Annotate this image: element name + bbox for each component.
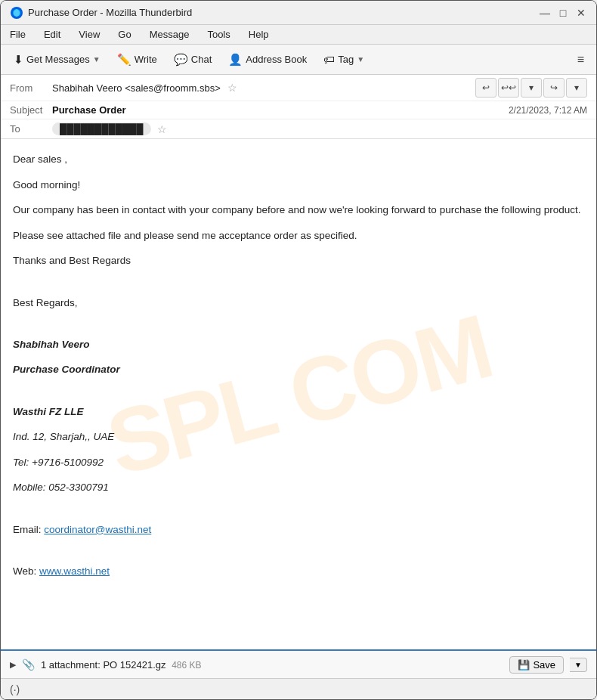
menu-file[interactable]: File (7, 27, 29, 42)
window-title: Purchase Order - Mozilla Thunderbird (28, 7, 192, 18)
attachment-bar: ▶ 📎 1 attachment: PO 152421.gz 486 KB 💾 … (1, 649, 596, 678)
to-value: ████████████ (52, 122, 151, 135)
get-messages-button[interactable]: ⬇ Get Messages ▼ (7, 49, 107, 70)
save-dropdown-button[interactable]: ▼ (570, 658, 587, 672)
from-address: Shabihah Veero <sales@froomm.sbs> (52, 82, 221, 94)
line4: Thanks and Best Regards (13, 252, 584, 269)
tag-icon: 🏷 (323, 53, 335, 66)
menu-view[interactable]: View (76, 27, 103, 42)
get-messages-icon: ⬇ (14, 53, 23, 67)
title-bar-left: Purchase Order - Mozilla Thunderbird (10, 6, 192, 20)
get-messages-arrow: ▼ (93, 55, 101, 63)
app-window: Purchase Order - Mozilla Thunderbird — □… (0, 0, 597, 700)
tag-arrow: ▼ (357, 55, 364, 63)
sig-email-link[interactable]: coordinator@wasthi.net (44, 524, 151, 535)
write-label: Write (135, 54, 157, 65)
address-book-icon: 👤 (228, 53, 243, 67)
thunderbird-icon (10, 6, 23, 20)
more-actions-button[interactable]: ▾ (566, 78, 587, 98)
line3: Please see attached file and please send… (13, 228, 584, 244)
menu-edit[interactable]: Edit (41, 27, 63, 42)
reply-all-button[interactable]: ↩↩ (498, 78, 519, 98)
sig-company: Wasthi FZ LLE (13, 404, 584, 420)
line1: Good morning! (13, 177, 584, 194)
attachment-size: 486 KB (172, 660, 201, 671)
chat-icon: 💬 (174, 53, 188, 67)
title-bar: Purchase Order - Mozilla Thunderbird — □… (1, 1, 596, 25)
tag-label: Tag (338, 54, 354, 65)
sig-name: Shabihah Veero (13, 336, 584, 353)
forward-button[interactable]: ↪ (543, 78, 565, 98)
email-content: Dear sales , Good morning! Our company h… (13, 151, 584, 579)
to-star[interactable]: ☆ (157, 123, 167, 135)
greeting: Dear sales , (13, 151, 584, 168)
from-star[interactable]: ☆ (227, 82, 237, 94)
attachment-filename: 1 attachment: PO 152421.gz (41, 659, 166, 671)
subject-label: Subject (10, 104, 52, 116)
from-row: From Shabihah Veero <sales@froomm.sbs> ☆… (1, 75, 596, 101)
subject-row: Subject Purchase Order 2/21/2023, 7:12 A… (1, 101, 596, 119)
sig-email: Email: coordinator@wasthi.net (13, 522, 584, 538)
menu-help[interactable]: Help (246, 27, 272, 42)
save-label: Save (533, 659, 555, 671)
to-label: To (10, 123, 52, 135)
chat-label: Chat (191, 54, 212, 65)
email-body: SPL COM Dear sales , Good morning! Our c… (1, 139, 596, 649)
subject-value: Purchase Order (52, 104, 509, 116)
address-book-button[interactable]: 👤 Address Book (221, 49, 314, 70)
sig-web-link[interactable]: www.wasthi.net (39, 565, 110, 577)
sig-mobile: Mobile: 052-3300791 (13, 479, 584, 496)
line5: Best Regards, (13, 295, 584, 311)
sig-title: Purchase Coordinator (13, 361, 584, 378)
wifi-icon: (·) (10, 683, 20, 695)
maximize-button[interactable]: □ (557, 7, 569, 19)
write-button[interactable]: ✏️ Write (110, 49, 164, 70)
from-label: From (10, 82, 52, 94)
chat-button[interactable]: 💬 Chat (167, 49, 218, 70)
to-row: To ████████████ ☆ (1, 119, 596, 138)
write-icon: ✏️ (117, 53, 131, 67)
email-date: 2/21/2023, 7:12 AM (509, 105, 587, 116)
attachment-text: 1 attachment: PO 152421.gz 486 KB (41, 659, 503, 671)
save-icon: 💾 (518, 659, 530, 671)
get-messages-label: Get Messages (26, 54, 90, 65)
menu-bar: File Edit View Go Message Tools Help (1, 25, 596, 45)
from-value: Shabihah Veero <sales@froomm.sbs> ☆ (52, 82, 475, 94)
sig-tel: Tel: +9716-5100992 (13, 454, 584, 471)
address-book-label: Address Book (246, 54, 307, 65)
hamburger-menu-button[interactable]: ≡ (571, 50, 590, 70)
header-actions: ↩ ↩↩ ▾ ↪ ▾ (475, 78, 587, 98)
sig-web: Web: www.wasthi.net (13, 563, 584, 580)
tag-button[interactable]: 🏷 Tag ▼ (317, 49, 371, 70)
minimize-button[interactable]: — (539, 7, 551, 19)
close-button[interactable]: ✕ (575, 7, 587, 19)
menu-message[interactable]: Message (147, 27, 193, 42)
expand-button[interactable]: ▾ (521, 78, 542, 98)
status-bar: (·) (1, 678, 596, 699)
save-button[interactable]: 💾 Save (509, 656, 564, 674)
reply-button[interactable]: ↩ (475, 78, 496, 98)
line2: Our company has been in contact with you… (13, 202, 584, 218)
email-header: From Shabihah Veero <sales@froomm.sbs> ☆… (1, 75, 596, 139)
menu-tools[interactable]: Tools (204, 27, 233, 42)
menu-go[interactable]: Go (115, 27, 134, 42)
toolbar: ⬇ Get Messages ▼ ✏️ Write 💬 Chat 👤 Addre… (1, 45, 596, 75)
attachment-clip-icon: 📎 (22, 658, 35, 671)
title-bar-controls: — □ ✕ (539, 7, 587, 19)
attachment-expand-button[interactable]: ▶ (10, 660, 16, 670)
sig-address: Ind. 12, Sharjah,, UAE (13, 429, 584, 445)
